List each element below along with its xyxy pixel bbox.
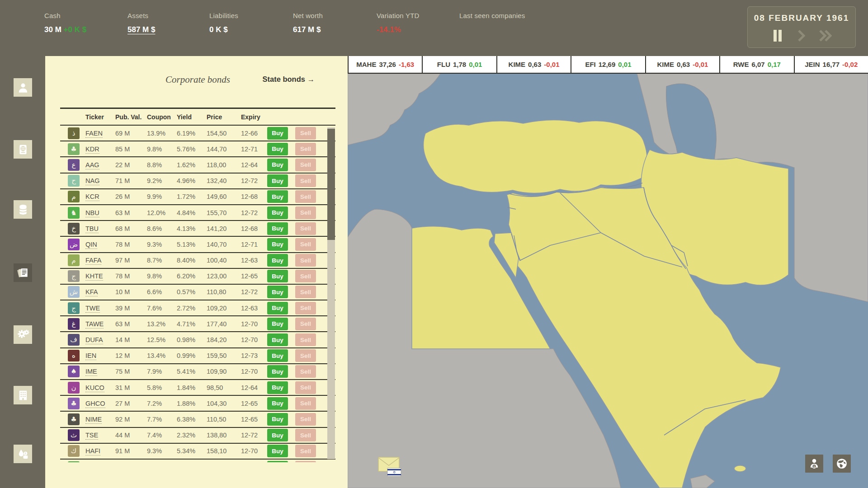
play-button[interactable] <box>793 29 810 42</box>
sell-button[interactable]: Sell <box>295 381 316 394</box>
sidebar-item-commodities[interactable]: $ <box>14 445 32 463</box>
scrollbar-thumb[interactable] <box>327 129 335 240</box>
bond-ticker-link[interactable]: KUCO <box>81 384 111 391</box>
bond-ticker-link[interactable]: KDR <box>81 145 111 153</box>
bonds-rows: ذ FAEN 69 M 13.9% 6.19% 154,50 12-66 Buy… <box>60 126 335 462</box>
bond-ticker-link[interactable]: QIN <box>81 241 111 248</box>
buy-button[interactable]: Buy <box>267 365 288 378</box>
sidebar-item-reports[interactable] <box>14 263 32 282</box>
buy-button[interactable]: Buy <box>267 206 288 219</box>
assets-value[interactable]: 587 M $ <box>127 25 155 34</box>
buy-button[interactable]: Buy <box>267 333 288 346</box>
bond-ticker-link[interactable]: DUFA <box>81 336 111 343</box>
sell-button[interactable]: Sell <box>295 206 316 219</box>
ticker-cell[interactable]: KIME 0,63 -0,01 <box>497 56 571 73</box>
buy-button[interactable]: Buy <box>267 461 288 462</box>
sell-button[interactable]: Sell <box>295 445 316 457</box>
buy-button[interactable]: Buy <box>267 302 288 314</box>
sell-button[interactable]: Sell <box>295 365 316 378</box>
bond-ticker-link[interactable]: IEN <box>81 352 111 359</box>
fast-forward-button[interactable] <box>817 29 834 42</box>
sidebar-item-profile[interactable] <box>14 78 32 97</box>
sell-button[interactable]: Sell <box>295 270 316 282</box>
bond-ticker-link[interactable]: KFA <box>81 288 111 296</box>
buy-button[interactable]: Buy <box>267 413 288 426</box>
ticker-change: -0,01 <box>544 61 559 68</box>
sell-button[interactable]: Sell <box>295 286 316 298</box>
buy-button[interactable]: Buy <box>267 222 288 235</box>
ticker-cell[interactable]: FLU 1,78 0,01 <box>423 56 496 73</box>
bond-ticker-link[interactable]: GHCO <box>81 400 111 407</box>
buy-button[interactable]: Buy <box>267 174 288 187</box>
sell-button[interactable]: Sell <box>295 413 316 426</box>
ticker-cell[interactable]: MAHE 37,26 -1,63 <box>349 56 422 73</box>
col-ticker: Ticker <box>81 113 111 121</box>
financier-button[interactable]: $ <box>805 455 823 473</box>
bond-ticker-link[interactable]: FAFA <box>81 257 111 264</box>
ticker-cell[interactable]: JEIN 16,77 -0,02 <box>795 56 868 73</box>
buy-button[interactable]: Buy <box>267 238 288 251</box>
pause-button[interactable] <box>769 29 786 42</box>
table-row: ف DUFA 14 M 12.5% 0.98% 184,20 12-70 Buy… <box>60 332 335 348</box>
buy-button[interactable]: Buy <box>267 445 288 457</box>
scrollbar-track[interactable] <box>327 127 335 459</box>
table-row: ♞ NBU 63 M 12.0% 4.84% 155,70 12-72 Buy … <box>60 205 335 221</box>
sell-button[interactable]: Sell <box>295 127 316 140</box>
sell-button[interactable]: Sell <box>295 238 316 251</box>
sell-button[interactable]: Sell <box>295 254 316 267</box>
buy-button[interactable]: Buy <box>267 429 288 441</box>
sidebar-item-settings[interactable] <box>14 325 32 344</box>
bond-ticker-link[interactable]: IME <box>81 368 111 375</box>
sell-button[interactable]: Sell <box>295 349 316 362</box>
bond-ticker-link[interactable]: TAWE <box>81 320 111 328</box>
bond-ticker-link[interactable]: TSE <box>81 432 111 439</box>
bond-ticker-link[interactable]: TWE <box>81 305 111 312</box>
sell-button[interactable]: Sell <box>295 159 316 171</box>
state-bonds-link[interactable]: State bonds → <box>231 75 335 84</box>
liabilities-label: Liabilities <box>209 12 238 19</box>
buy-button[interactable]: Buy <box>267 254 288 267</box>
bond-ticker-link[interactable]: HAFI <box>81 447 111 455</box>
bond-ticker-link[interactable]: AAG <box>81 161 111 169</box>
bond-ticker-link[interactable]: NIME <box>81 416 111 423</box>
sell-button[interactable]: Sell <box>295 429 316 441</box>
stat-last-seen: Last seen companies <box>459 12 525 19</box>
sell-button[interactable]: Sell <box>295 174 316 187</box>
sell-button[interactable]: Sell <box>295 333 316 346</box>
sell-button[interactable]: Sell <box>295 461 316 462</box>
bond-ticker-link[interactable]: NAG <box>81 177 111 184</box>
buy-button[interactable]: Buy <box>267 397 288 410</box>
sidebar-item-resources[interactable] <box>14 200 32 219</box>
buy-button[interactable]: Buy <box>267 349 288 362</box>
sell-button[interactable]: Sell <box>295 190 316 203</box>
pub-val-cell: 97 M <box>111 257 142 264</box>
bond-ticker-link[interactable]: FAEN <box>81 130 111 137</box>
sell-button[interactable]: Sell <box>295 222 316 235</box>
ticker-cell[interactable]: RWE 6,07 0,17 <box>720 56 793 73</box>
sell-button[interactable]: Sell <box>295 302 316 314</box>
bond-ticker-link[interactable]: KCR <box>81 193 111 200</box>
buy-button[interactable]: Buy <box>267 127 288 140</box>
mail-event-marker[interactable]: ✡ <box>377 455 405 479</box>
ticker-cell[interactable]: KIME 0,63 -0,01 <box>646 56 719 73</box>
bond-ticker-link[interactable]: TBU <box>81 225 111 232</box>
buy-button[interactable]: Buy <box>267 286 288 298</box>
ticker-cell[interactable]: EFI 12,69 0,01 <box>571 56 645 73</box>
sidebar-item-companies[interactable] <box>14 386 32 404</box>
buy-button[interactable]: Buy <box>267 159 288 171</box>
buy-button[interactable]: Buy <box>267 190 288 203</box>
yield-cell: 5.34% <box>172 447 202 455</box>
bond-ticker-link[interactable]: KHTE <box>81 272 111 280</box>
buy-button[interactable]: Buy <box>267 318 288 330</box>
sidebar-item-passport[interactable] <box>14 140 32 159</box>
table-row: ♣ KDR 85 M 9.8% 5.76% 144,70 12-71 Buy S… <box>60 141 335 157</box>
sell-button[interactable]: Sell <box>295 397 316 410</box>
bond-ticker-link[interactable]: NBU <box>81 209 111 216</box>
buy-button[interactable]: Buy <box>267 270 288 282</box>
sell-button[interactable]: Sell <box>295 318 316 330</box>
middle-east-map[interactable] <box>348 74 868 488</box>
world-button[interactable] <box>833 455 851 473</box>
buy-button[interactable]: Buy <box>267 381 288 394</box>
buy-button[interactable]: Buy <box>267 143 288 155</box>
sell-button[interactable]: Sell <box>295 143 316 155</box>
